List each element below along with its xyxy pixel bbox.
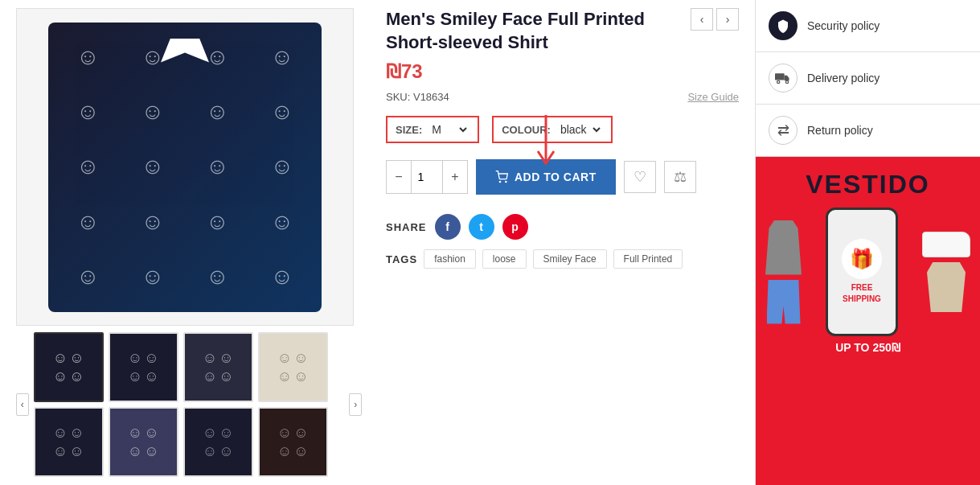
svg-point-1 xyxy=(506,182,506,183)
colour-select[interactable]: black white blue red xyxy=(557,122,603,137)
smiley-icon: ☺ xyxy=(56,85,120,138)
smiley-icon: ☺ xyxy=(251,31,314,84)
thumbnail-navigation: ‹ ☺☺☺☺ ☺☺☺☺ ☺☺☺☺ xyxy=(16,332,362,477)
delivery-policy-label: Delivery policy xyxy=(807,72,880,84)
dress-item xyxy=(765,220,802,275)
thumbnail-1[interactable]: ☺☺☺☺ xyxy=(34,332,104,402)
smiley-icon: ☺ xyxy=(186,31,249,84)
chevron-right-icon: › xyxy=(726,13,730,26)
next-product-button[interactable]: › xyxy=(716,8,739,31)
smiley-icon: ☺ xyxy=(121,31,185,84)
ad-banner[interactable]: VESTIDO 🎁 FREE SHIPPING xyxy=(756,157,980,485)
chevron-left-icon: ‹ xyxy=(700,13,704,26)
security-policy-item[interactable]: Security policy xyxy=(756,0,980,52)
quantity-increase-button[interactable]: + xyxy=(443,161,467,193)
sneaker-item xyxy=(922,232,970,257)
smiley-icon: ☺ xyxy=(121,140,185,193)
gift-icon: 🎁 xyxy=(842,239,882,279)
svg-rect-2 xyxy=(775,73,785,80)
sku-value: V18634 xyxy=(413,91,449,103)
thumbnail-5[interactable]: ☺☺☺☺ xyxy=(34,407,104,477)
sku-label: SKU: V18634 xyxy=(386,91,449,103)
return-policy-item[interactable]: ⇄ Return policy xyxy=(756,105,980,157)
share-row: SHARE f t p xyxy=(386,214,739,240)
return-policy-label: Return policy xyxy=(807,124,873,137)
svg-point-4 xyxy=(785,80,788,83)
prev-product-button[interactable]: ‹ xyxy=(691,8,713,31)
facebook-share-button[interactable]: f xyxy=(435,214,461,240)
thumbnail-2[interactable]: ☺☺☺☺ xyxy=(109,332,178,402)
add-to-cart-button[interactable]: ADD TO CART xyxy=(476,159,616,195)
chevron-right-icon: › xyxy=(354,399,357,410)
security-policy-icon xyxy=(769,11,798,40)
smiley-icon: ☺ xyxy=(121,85,185,138)
scale-icon: ⚖ xyxy=(674,168,687,186)
heart-icon: ♡ xyxy=(634,168,646,186)
thumbnails-row: ☺☺☺☺ ☺☺☺☺ ☺☺☺☺ ☺☺☺☺ xyxy=(34,332,345,477)
smiley-icon: ☺ xyxy=(56,140,120,193)
quantity-decrease-button[interactable]: − xyxy=(387,161,411,193)
svg-point-0 xyxy=(499,182,500,183)
twitter-icon: t xyxy=(479,220,483,233)
ad-brand-title: VESTIDO xyxy=(806,170,929,199)
thumbnail-8[interactable]: ☺☺☺☺ xyxy=(258,407,328,477)
pants-item xyxy=(767,280,801,324)
return-policy-icon: ⇄ xyxy=(769,116,798,145)
pinterest-icon: p xyxy=(511,220,519,233)
pinterest-share-button[interactable]: p xyxy=(502,214,528,240)
compare-button[interactable]: ⚖ xyxy=(664,161,696,193)
size-guide-link[interactable]: Size Guide xyxy=(687,91,739,103)
thumbnails-next-button[interactable]: › xyxy=(349,393,362,416)
phone-mockup: 🎁 FREE SHIPPING xyxy=(826,208,898,336)
tag-loose[interactable]: loose xyxy=(482,249,527,269)
smiley-icon: ☺ xyxy=(186,250,249,303)
product-nav-arrows: ‹ › xyxy=(691,8,739,31)
quantity-control: − + xyxy=(386,160,468,194)
smiley-icon: ☺ xyxy=(251,140,314,193)
cart-icon xyxy=(495,171,508,183)
tags-row: TAGS fashion loose Smiley Face Full Prin… xyxy=(386,249,739,269)
delivery-policy-icon xyxy=(769,64,798,92)
delivery-policy-item[interactable]: Delivery policy xyxy=(756,52,980,105)
svg-point-3 xyxy=(777,80,780,83)
share-label: SHARE xyxy=(386,221,427,233)
smiley-icon: ☺ xyxy=(251,195,314,249)
smiley-icon: ☺ xyxy=(56,31,120,84)
size-select[interactable]: XS S M L XL XXL xyxy=(428,122,469,137)
facebook-icon: f xyxy=(445,220,449,233)
selectors-row: SIZE: XS S M L XL XXL COLOUR: black whit… xyxy=(386,116,739,143)
twitter-share-button[interactable]: t xyxy=(469,214,494,240)
product-price: ₪73 xyxy=(386,60,739,83)
add-to-cart-label: ADD TO CART xyxy=(515,171,597,183)
main-product-image: ☺ ☺ ☺ ☺ ☺ ☺ ☺ ☺ ☺ ☺ ☺ ☺ ☺ ☺ ☺ ☺ ☺ xyxy=(16,8,354,326)
right-panel: Security policy Delivery policy ⇄ Return… xyxy=(755,0,980,485)
tag-fashion[interactable]: fashion xyxy=(424,249,476,269)
quantity-input[interactable] xyxy=(411,161,443,193)
smiley-icon: ☺ xyxy=(121,195,185,249)
thumbnails-prev-button[interactable]: ‹ xyxy=(16,393,29,416)
smiley-icon: ☺ xyxy=(186,195,249,249)
smiley-icon: ☺ xyxy=(251,85,314,138)
free-shipping-text: FREE SHIPPING xyxy=(834,282,889,305)
promo-text: UP TO 250₪ xyxy=(835,341,900,354)
product-images-section: ☺ ☺ ☺ ☺ ☺ ☺ ☺ ☺ ☺ ☺ ☺ ☺ ☺ ☺ ☺ ☺ ☺ xyxy=(0,0,370,485)
smiley-icon: ☺ xyxy=(56,195,120,249)
security-policy-label: Security policy xyxy=(807,19,880,32)
size-label: SIZE: xyxy=(396,124,422,136)
wishlist-button[interactable]: ♡ xyxy=(624,161,656,193)
thumbnail-4[interactable]: ☺☺☺☺ xyxy=(258,332,328,402)
thumbnail-3[interactable]: ☺☺☺☺ xyxy=(183,332,253,402)
smiley-icon: ☺ xyxy=(56,250,120,303)
smiley-icon: ☺ xyxy=(121,250,185,303)
smiley-icon: ☺ xyxy=(251,250,314,303)
sku-row: SKU: V18634 Size Guide xyxy=(386,91,739,103)
chevron-left-icon: ‹ xyxy=(21,399,24,410)
tag-smiley-face[interactable]: Smiley Face xyxy=(533,249,607,269)
thumbnail-6[interactable]: ☺☺☺☺ xyxy=(109,407,178,477)
size-selector-group: SIZE: XS S M L XL XXL xyxy=(386,116,479,143)
thumbnail-7[interactable]: ☺☺☺☺ xyxy=(183,407,253,477)
smiley-icon: ☺ xyxy=(186,140,249,193)
minus-icon: − xyxy=(395,170,402,184)
tag-full-printed[interactable]: Full Printed xyxy=(613,249,683,269)
return-icon: ⇄ xyxy=(777,121,789,139)
